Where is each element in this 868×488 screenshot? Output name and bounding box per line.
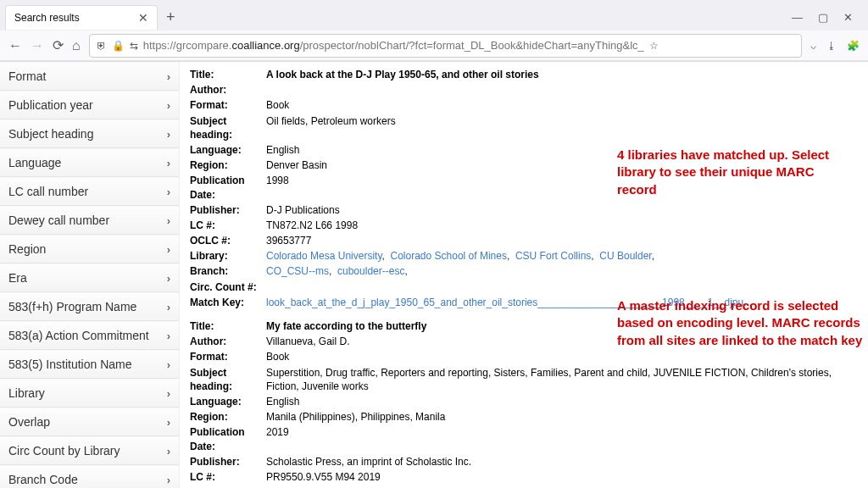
tab-title: Search results bbox=[14, 12, 80, 24]
lock-icon[interactable]: 🔒 bbox=[112, 40, 125, 52]
branch-link[interactable]: CO_CSU--ms bbox=[266, 265, 329, 277]
field-label: Publisher: bbox=[190, 203, 266, 217]
chevron-right-icon: › bbox=[167, 416, 170, 429]
field-label: LC #: bbox=[190, 470, 266, 484]
chevron-right-icon: › bbox=[167, 387, 170, 400]
filter-overlap[interactable]: Overlap› bbox=[0, 408, 179, 436]
record-circ bbox=[266, 280, 858, 294]
library-link[interactable]: CU Boulder bbox=[599, 250, 651, 262]
record-branches: CO_CSU--ms, cuboulder--esc, bbox=[266, 264, 858, 278]
pocket-icon[interactable]: ⌵ bbox=[810, 40, 816, 52]
chevron-right-icon: › bbox=[167, 214, 170, 227]
field-label: Library: bbox=[190, 249, 266, 263]
back-button[interactable]: ← bbox=[8, 38, 22, 53]
record-title: A look back at the D-J Play 1950-65, and… bbox=[266, 68, 858, 81]
field-label: OCLC #: bbox=[190, 234, 266, 247]
field-label: Author: bbox=[190, 83, 266, 97]
toolbar-right: ⌵ ⭳ 🧩 bbox=[810, 40, 860, 52]
browser-tab[interactable]: Search results ✕ bbox=[5, 5, 158, 30]
filter-library[interactable]: Library› bbox=[0, 379, 179, 408]
maximize-icon[interactable]: ▢ bbox=[818, 11, 828, 24]
download-icon[interactable]: ⭳ bbox=[826, 40, 837, 52]
record-format: Book bbox=[266, 98, 858, 112]
chevron-right-icon: › bbox=[167, 243, 170, 256]
chevron-right-icon: › bbox=[167, 330, 170, 342]
filter-format[interactable]: Format› bbox=[0, 62, 179, 91]
filter-circ[interactable]: Circ Count by Library› bbox=[0, 436, 179, 465]
extensions-icon[interactable]: 🧩 bbox=[847, 40, 860, 52]
filter-583fh[interactable]: 583(f+h) Program Name› bbox=[0, 292, 179, 321]
library-link[interactable]: Colorado School of Mines bbox=[391, 250, 507, 262]
record-region: Manila (Philippines), Philippines, Manil… bbox=[266, 410, 858, 424]
new-tab-button[interactable]: + bbox=[166, 8, 175, 26]
filter-dewey[interactable]: Dewey call number› bbox=[0, 206, 179, 235]
chevron-right-icon: › bbox=[167, 358, 170, 371]
field-label: Language: bbox=[190, 395, 266, 408]
record-publisher: Scholastic Press, an imprint of Scholast… bbox=[266, 455, 858, 469]
field-label: Subject heading: bbox=[190, 366, 266, 393]
browser-chrome: Search results ✕ + — ▢ ✕ ← → ⟳ ⌂ ⛨ 🔒 ⇆ h… bbox=[0, 0, 868, 62]
record-subject: Oil fields, Petroleum workers bbox=[266, 114, 858, 141]
chevron-right-icon: › bbox=[167, 70, 170, 83]
field-label: Title: bbox=[190, 68, 266, 81]
minimize-icon[interactable]: — bbox=[792, 11, 803, 24]
record-libraries: Colorado Mesa University, Colorado Schoo… bbox=[266, 249, 858, 263]
window-controls: — ▢ ✕ bbox=[792, 11, 863, 24]
filter-5835[interactable]: 583(5) Institution Name› bbox=[0, 350, 179, 379]
filter-lc[interactable]: LC call number› bbox=[0, 177, 179, 206]
annotation-text: A master indexing record is selected bas… bbox=[617, 297, 863, 349]
field-label: Publication Date: bbox=[190, 174, 266, 201]
field-label: Format: bbox=[190, 350, 266, 363]
filter-era[interactable]: Era› bbox=[0, 263, 179, 292]
record-language: English bbox=[266, 395, 858, 408]
filter-subject[interactable]: Subject heading› bbox=[0, 119, 179, 148]
record-oclc: 39653777 bbox=[266, 234, 858, 247]
record-lc: PR9550.9.V55 M94 2019 bbox=[266, 470, 858, 484]
chevron-right-icon: › bbox=[167, 157, 170, 169]
field-label: Branch: bbox=[190, 264, 266, 278]
sidebar: Format› Publication year› Subject headin… bbox=[0, 62, 180, 488]
field-label: Title: bbox=[190, 319, 266, 333]
field-label: Format: bbox=[190, 98, 266, 112]
field-label: Publisher: bbox=[190, 455, 266, 469]
filter-branch[interactable]: Branch Code› bbox=[0, 465, 179, 488]
content-area: Format› Publication year› Subject headin… bbox=[0, 62, 868, 488]
toolbar: ← → ⟳ ⌂ ⛨ 🔒 ⇆ https://grcompare.coallian… bbox=[0, 30, 868, 61]
field-label: Match Key: bbox=[190, 296, 266, 309]
filter-region[interactable]: Region› bbox=[0, 235, 179, 263]
library-link[interactable]: Colorado Mesa University bbox=[266, 250, 382, 262]
shield-icon[interactable]: ⛨ bbox=[97, 40, 107, 52]
field-label: Circ. Count #: bbox=[190, 280, 266, 294]
library-link[interactable]: CSU Fort Collins bbox=[515, 250, 591, 262]
field-label: Language: bbox=[190, 143, 266, 157]
permissions-icon[interactable]: ⇆ bbox=[130, 40, 138, 52]
tab-bar: Search results ✕ + — ▢ ✕ bbox=[0, 0, 868, 30]
field-label: Subject heading: bbox=[190, 114, 266, 141]
reload-button[interactable]: ⟳ bbox=[53, 37, 64, 53]
filter-language[interactable]: Language› bbox=[0, 148, 179, 177]
record-pubdate: 2019 bbox=[266, 425, 858, 452]
close-window-icon[interactable]: ✕ bbox=[843, 11, 853, 24]
filter-583a[interactable]: 583(a) Action Commitment› bbox=[0, 321, 179, 350]
branch-link[interactable]: cuboulder--esc bbox=[337, 265, 404, 277]
chevron-right-icon: › bbox=[167, 272, 170, 285]
filter-pubyear[interactable]: Publication year› bbox=[0, 91, 179, 119]
field-label: Region: bbox=[190, 158, 266, 172]
annotation-text: 4 libraries have matched up. Select libr… bbox=[617, 147, 854, 198]
chevron-right-icon: › bbox=[167, 474, 170, 486]
results-panel: Title:A look back at the D-J Play 1950-6… bbox=[180, 62, 868, 488]
record-author bbox=[266, 83, 858, 97]
field-label: Region: bbox=[190, 410, 266, 424]
record-subject: Superstition, Drug traffic, Reporters an… bbox=[266, 366, 858, 393]
record-publisher: D-J Publications bbox=[266, 203, 858, 217]
forward-button[interactable]: → bbox=[31, 38, 44, 53]
chevron-right-icon: › bbox=[167, 301, 170, 313]
chevron-right-icon: › bbox=[167, 99, 170, 112]
close-icon[interactable]: ✕ bbox=[138, 11, 148, 25]
bookmark-icon[interactable]: ☆ bbox=[649, 40, 659, 52]
chevron-right-icon: › bbox=[167, 445, 170, 458]
home-button[interactable]: ⌂ bbox=[72, 38, 81, 53]
field-label: Author: bbox=[190, 335, 266, 348]
url-bar[interactable]: ⛨ 🔒 ⇆ https://grcompare.coalliance.org/p… bbox=[89, 34, 802, 58]
field-label: LC #: bbox=[190, 219, 266, 232]
